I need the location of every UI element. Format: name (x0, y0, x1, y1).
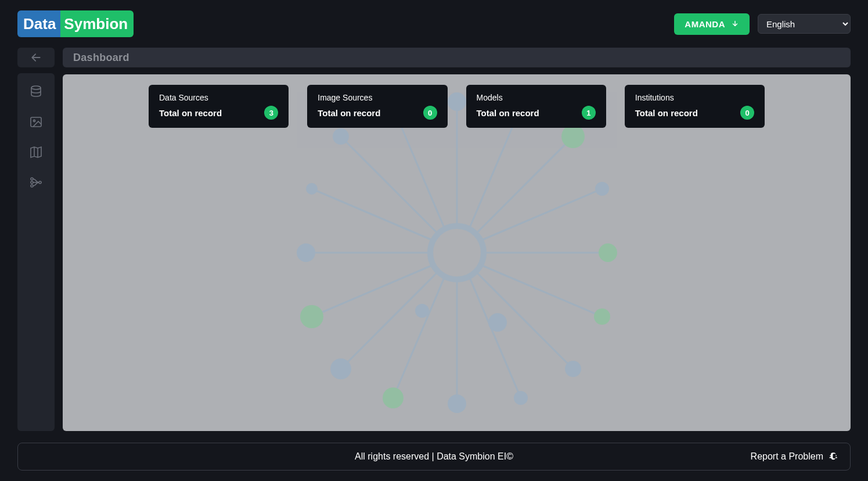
user-menu-label: AMANDA (685, 19, 725, 29)
svg-line-15 (341, 272, 438, 369)
svg-point-25 (448, 394, 466, 413)
sidebar (17, 48, 55, 431)
top-header: Data Symbion AMANDA 🇬🇧 English (0, 0, 868, 48)
arrow-down-icon (731, 20, 739, 28)
content-area: Data Sources Total on record 3 Image Sou… (63, 74, 851, 431)
svg-point-3 (31, 178, 33, 180)
nav-image-sources[interactable] (26, 112, 46, 132)
card-count-badge: 0 (740, 106, 754, 120)
svg-point-2 (33, 120, 35, 121)
map-icon (29, 145, 43, 159)
side-nav (17, 73, 55, 431)
svg-point-27 (599, 243, 617, 262)
language-select[interactable]: 🇬🇧 English (758, 14, 851, 34)
svg-point-7 (430, 226, 484, 279)
svg-line-19 (393, 277, 445, 398)
footer: All rights reserved | Data Symbion EI© R… (17, 443, 851, 471)
card-subtitle: Total on record (477, 108, 539, 118)
report-problem-label: Report a Problem (751, 451, 823, 462)
card-count-badge: 0 (423, 106, 437, 120)
svg-point-0 (31, 86, 41, 89)
card-subtitle: Total on record (159, 108, 222, 118)
card-subtitle: Total on record (635, 108, 698, 118)
stats-cards-row: Data Sources Total on record 3 Image Sou… (73, 85, 840, 128)
nav-models-map[interactable] (26, 142, 46, 163)
svg-line-22 (481, 189, 602, 240)
svg-point-4 (31, 185, 33, 187)
bug-icon (828, 451, 840, 462)
svg-point-28 (561, 125, 585, 148)
brand-logo-left: Data (17, 10, 60, 37)
svg-point-35 (383, 387, 404, 408)
brand-logo-right: Symbion (60, 10, 134, 37)
svg-point-31 (330, 358, 351, 379)
svg-point-38 (595, 182, 609, 196)
report-problem-link[interactable]: Report a Problem (751, 451, 840, 462)
svg-line-14 (476, 272, 573, 369)
network-icon (29, 175, 43, 189)
card-title: Image Sources (318, 93, 437, 102)
user-menu-button[interactable]: AMANDA (674, 13, 750, 35)
card-title: Data Sources (159, 93, 278, 102)
card-title: Institutions (635, 93, 754, 102)
svg-point-5 (39, 181, 41, 184)
svg-rect-1 (31, 117, 41, 127)
card-image-sources[interactable]: Image Sources Total on record 0 (307, 85, 447, 128)
network-background-illustration (271, 74, 643, 431)
page-title: Dashboard (63, 48, 851, 67)
svg-point-36 (306, 183, 318, 195)
svg-line-21 (312, 265, 433, 317)
nav-ai-network[interactable] (26, 172, 46, 193)
svg-point-37 (300, 305, 323, 328)
svg-point-40 (415, 304, 429, 318)
svg-point-6 (31, 181, 33, 184)
card-subtitle: Total on record (318, 108, 380, 118)
svg-point-30 (565, 361, 581, 377)
database-icon (29, 85, 43, 99)
brand-logo[interactable]: Data Symbion (17, 10, 134, 37)
arrow-left-icon (28, 52, 44, 63)
svg-point-26 (297, 243, 315, 262)
footer-copyright: All rights reserved | Data Symbion EI© (355, 451, 513, 462)
svg-line-18 (469, 277, 521, 398)
card-data-sources[interactable]: Data Sources Total on record 3 (149, 85, 289, 128)
svg-line-23 (481, 265, 602, 317)
card-title: Models (477, 93, 596, 102)
svg-point-41 (488, 313, 507, 332)
back-button[interactable] (17, 48, 55, 67)
card-count-badge: 3 (264, 106, 278, 120)
image-icon (29, 115, 43, 129)
card-count-badge: 1 (582, 106, 596, 120)
svg-line-13 (341, 137, 438, 234)
svg-line-20 (312, 189, 433, 240)
svg-point-34 (514, 391, 528, 405)
main-column: Dashboard (63, 48, 851, 431)
svg-line-12 (476, 137, 573, 234)
card-models[interactable]: Models Total on record 1 (466, 85, 606, 128)
card-institutions[interactable]: Institutions Total on record 0 (625, 85, 765, 128)
svg-point-29 (333, 128, 349, 145)
nav-data-sources[interactable] (26, 81, 46, 102)
svg-point-39 (594, 308, 610, 325)
header-actions: AMANDA 🇬🇧 English (674, 13, 851, 35)
